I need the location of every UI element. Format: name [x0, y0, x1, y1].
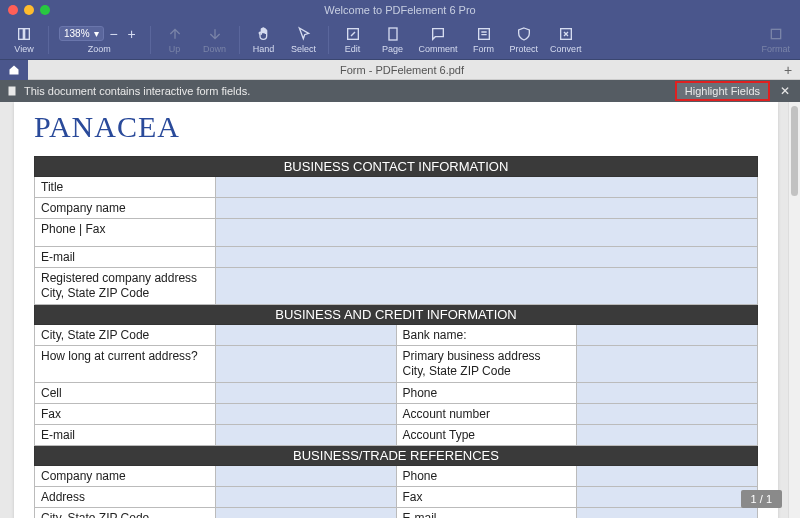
document-tab[interactable]: Form - PDFelement 6.pdf [28, 64, 776, 76]
form-field[interactable] [577, 425, 758, 446]
form-field[interactable] [215, 177, 757, 198]
highlight-fields-button[interactable]: Highlight Fields [675, 81, 770, 101]
window-title: Welcome to PDFelement 6 Pro [0, 4, 800, 16]
zoom-select[interactable]: 138%▾ [59, 26, 104, 41]
form-field[interactable] [215, 404, 396, 425]
form-field[interactable] [577, 404, 758, 425]
up-button[interactable]: Up [157, 22, 193, 58]
view-button[interactable]: View [6, 22, 42, 58]
infobar-close-button[interactable]: ✕ [776, 84, 794, 98]
chevron-down-icon: ▾ [94, 28, 99, 39]
home-icon [8, 64, 20, 76]
form-field[interactable] [215, 219, 757, 247]
form-field[interactable] [215, 325, 396, 346]
form-infobar: This document contains interactive form … [0, 80, 800, 102]
home-tab[interactable] [0, 60, 28, 80]
form-field[interactable] [215, 198, 757, 219]
zoom-label: Zoom [88, 44, 111, 54]
form-field[interactable] [577, 346, 758, 383]
svg-rect-7 [9, 87, 16, 96]
svg-rect-1 [25, 28, 30, 39]
form-field[interactable] [577, 487, 758, 508]
form-field[interactable] [215, 425, 396, 446]
titlebar: Welcome to PDFelement 6 Pro [0, 0, 800, 20]
document-viewport: PANACEA BUSINESS CONTACT INFORMATION Tit… [0, 102, 800, 518]
field-label: Title [35, 177, 216, 198]
zoom-in-button[interactable]: + [124, 26, 140, 42]
select-button[interactable]: Select [286, 22, 322, 58]
zoom-out-button[interactable]: − [106, 26, 122, 42]
comment-button[interactable]: Comment [415, 22, 462, 58]
section-header: BUSINESS CONTACT INFORMATION [35, 157, 758, 177]
form-field[interactable] [577, 325, 758, 346]
pdf-page: PANACEA BUSINESS CONTACT INFORMATION Tit… [14, 102, 778, 518]
form-field[interactable] [215, 466, 396, 487]
infobar-message: This document contains interactive form … [24, 85, 250, 97]
svg-rect-6 [771, 29, 780, 38]
svg-rect-3 [389, 28, 397, 40]
down-button[interactable]: Down [197, 22, 233, 58]
form-field[interactable] [215, 268, 757, 305]
section-header: BUSINESS AND CREDIT INFORMATION [35, 305, 758, 325]
page-indicator[interactable]: 1 / 1 [741, 490, 782, 508]
new-tab-button[interactable]: + [776, 62, 800, 78]
edit-button[interactable]: Edit [335, 22, 371, 58]
form-page-icon [6, 85, 18, 97]
view-label: View [14, 44, 33, 54]
section-header: BUSINESS/TRADE REFERENCES [35, 446, 758, 466]
form-table: BUSINESS CONTACT INFORMATION Title Compa… [34, 156, 758, 518]
page-button[interactable]: Page [375, 22, 411, 58]
format-button[interactable]: Format [757, 22, 794, 58]
tabbar: Form - PDFelement 6.pdf + [0, 60, 800, 80]
main-toolbar: View 138%▾ − + Zoom Up Down Hand Select … [0, 20, 800, 60]
form-field[interactable] [577, 383, 758, 404]
hand-button[interactable]: Hand [246, 22, 282, 58]
form-field[interactable] [215, 346, 396, 383]
form-field[interactable] [577, 508, 758, 519]
vertical-scrollbar[interactable] [788, 102, 800, 518]
protect-button[interactable]: Protect [506, 22, 543, 58]
svg-rect-0 [19, 28, 24, 39]
form-field[interactable] [577, 466, 758, 487]
form-field[interactable] [215, 508, 396, 519]
form-field[interactable] [215, 383, 396, 404]
form-button[interactable]: Form [466, 22, 502, 58]
form-field[interactable] [215, 247, 757, 268]
zoom-button[interactable]: 138%▾ − + Zoom [55, 22, 144, 58]
convert-button[interactable]: Convert [546, 22, 586, 58]
form-field[interactable] [215, 487, 396, 508]
document-title: PANACEA [34, 102, 758, 156]
scroll-thumb[interactable] [791, 106, 798, 196]
